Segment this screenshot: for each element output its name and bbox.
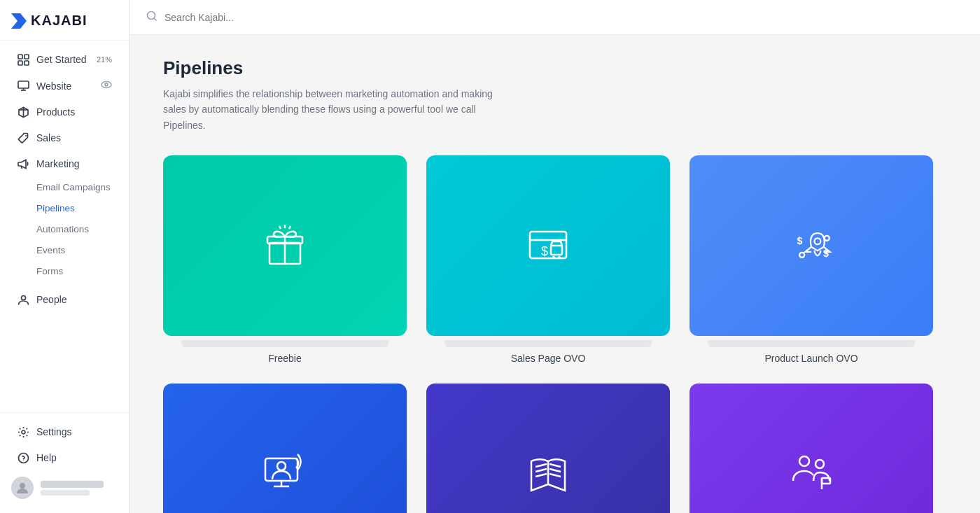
freebie-card-image xyxy=(163,155,407,336)
svg-point-17 xyxy=(20,483,25,489)
svg-text:$: $ xyxy=(797,235,803,246)
svg-point-16 xyxy=(23,460,24,461)
rocket-icon: $ $ xyxy=(783,218,839,274)
avatar xyxy=(11,477,34,499)
sidebar-item-forms[interactable]: Forms xyxy=(6,261,123,281)
sales-card-shadow xyxy=(444,340,652,347)
svg-point-48 xyxy=(799,456,809,466)
settings-label: Settings xyxy=(36,426,72,437)
pipeline-grid: Freebie $ xyxy=(163,155,933,513)
svg-point-31 xyxy=(558,256,561,259)
product-launch-label: Product Launch OVO xyxy=(764,353,858,364)
monitor-icon xyxy=(17,80,29,92)
pipeline-card-zoom-webinar[interactable]: Zoom Webinar OVO xyxy=(163,384,407,513)
svg-point-8 xyxy=(102,82,111,88)
help-label: Help xyxy=(36,452,57,463)
megaphone-icon xyxy=(17,157,29,170)
tag-icon xyxy=(17,132,29,144)
svg-line-47 xyxy=(550,474,561,477)
pipeline-card-free-book[interactable]: Free Book OVO xyxy=(426,384,670,513)
logo-label: KAJABI xyxy=(31,13,87,29)
eye-icon xyxy=(101,79,112,92)
page-description: Kajabi simplifies the relationship betwe… xyxy=(163,86,513,133)
sidebar-item-email-campaigns[interactable]: Email Campaigns xyxy=(6,177,123,197)
user-sub xyxy=(41,490,90,496)
sidebar-item-automations[interactable]: Automations xyxy=(6,219,123,239)
main-nav: Get Started 21% Website xyxy=(0,46,129,313)
pipeline-card-coaching[interactable]: Coaching Campaign OVO xyxy=(690,384,933,513)
sidebar-bottom: Settings Help xyxy=(0,412,129,513)
svg-point-32 xyxy=(814,238,820,244)
svg-line-25 xyxy=(289,226,290,229)
pipeline-card-freebie[interactable]: Freebie xyxy=(163,155,407,364)
forms-label: Forms xyxy=(36,266,63,276)
sidebar-item-people-label: People xyxy=(36,294,67,305)
logo: KAJABI xyxy=(0,0,129,41)
sidebar-item-marketing[interactable]: Marketing xyxy=(6,151,123,176)
webinar-card-image xyxy=(163,384,407,513)
sidebar-item-sales[interactable]: Sales xyxy=(6,125,123,150)
freebie-card-shadow xyxy=(181,340,388,347)
svg-point-18 xyxy=(148,11,155,19)
svg-line-42 xyxy=(536,464,547,467)
svg-line-45 xyxy=(550,464,561,467)
gift-icon xyxy=(257,218,313,274)
topbar xyxy=(130,0,980,35)
product-card-image: $ $ xyxy=(690,155,933,336)
sidebar-item-settings[interactable]: Settings xyxy=(6,419,123,444)
svg-rect-4 xyxy=(24,61,29,65)
svg-point-38 xyxy=(277,462,286,470)
user-profile[interactable] xyxy=(0,471,129,505)
svg-rect-2 xyxy=(24,55,29,59)
box-icon xyxy=(17,106,29,118)
pipeline-card-product-launch[interactable]: $ $ Product Launch OVO xyxy=(690,155,933,364)
sidebar-item-products-label: Products xyxy=(36,106,75,118)
get-started-badge: 21% xyxy=(97,55,112,64)
sidebar-item-sales-label: Sales xyxy=(36,132,61,143)
sales-card-image: $ xyxy=(426,155,670,336)
grid-icon xyxy=(17,53,29,66)
user-info xyxy=(41,481,118,496)
sidebar-item-help[interactable]: Help xyxy=(6,445,123,470)
coaching-card-image xyxy=(690,384,933,513)
sidebar-item-people[interactable]: People xyxy=(6,287,123,312)
sidebar-item-get-started-label: Get Started xyxy=(36,54,87,65)
help-icon xyxy=(17,451,29,464)
pipeline-card-sales-page[interactable]: $ Sales Page OVO xyxy=(426,155,670,364)
svg-point-36 xyxy=(825,236,830,241)
search-icon xyxy=(146,10,158,24)
sidebar-item-website-label: Website xyxy=(36,80,71,92)
svg-rect-5 xyxy=(18,81,29,88)
main-content: Pipelines Kajabi simplifies the relation… xyxy=(130,0,980,513)
sidebar-item-pipelines[interactable]: Pipelines xyxy=(6,198,123,218)
sidebar-item-products[interactable]: Products xyxy=(6,99,123,125)
automations-label: Automations xyxy=(36,224,89,234)
sales-page-label: Sales Page OVO xyxy=(511,353,586,364)
person-icon xyxy=(17,293,29,306)
product-card-shadow xyxy=(708,340,915,347)
svg-point-9 xyxy=(105,83,108,86)
coaching-icon xyxy=(783,446,839,502)
svg-line-46 xyxy=(550,469,561,472)
book-card-image xyxy=(426,384,670,513)
svg-rect-3 xyxy=(18,61,22,65)
svg-point-15 xyxy=(18,453,28,463)
sidebar-item-get-started[interactable]: Get Started 21% xyxy=(6,47,123,72)
svg-line-44 xyxy=(536,474,547,477)
kajabi-logo-icon xyxy=(11,13,27,29)
svg-rect-1 xyxy=(18,55,22,59)
svg-point-12 xyxy=(25,135,27,136)
search-input[interactable] xyxy=(164,12,304,23)
content-area: Pipelines Kajabi simplifies the relation… xyxy=(130,35,980,513)
sidebar-item-website[interactable]: Website xyxy=(6,73,123,99)
sidebar-item-events[interactable]: Events xyxy=(6,240,123,260)
email-campaigns-label: Email Campaigns xyxy=(36,182,111,192)
svg-point-49 xyxy=(816,460,824,468)
svg-point-13 xyxy=(21,295,25,300)
user-name xyxy=(41,481,104,488)
svg-point-35 xyxy=(799,253,804,258)
sidebar-item-marketing-label: Marketing xyxy=(36,158,79,169)
freebie-label: Freebie xyxy=(268,353,301,364)
svg-line-19 xyxy=(154,18,157,21)
book-icon xyxy=(520,446,576,502)
